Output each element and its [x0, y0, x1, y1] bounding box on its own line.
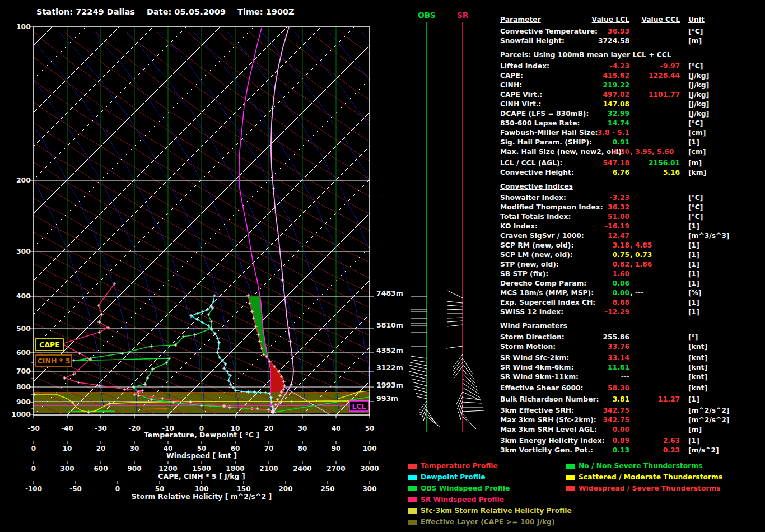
- legend-label: Widespread / Severe Thunderstorms: [579, 484, 721, 492]
- pressure-axis-label: 500: [16, 324, 31, 333]
- dry-adiabat: [0, 32, 557, 415]
- moist-adiabat: [295, 32, 473, 415]
- legend-label: Scattered / Moderate Thunderstorms: [579, 473, 722, 481]
- pressure-axis-label: 1000: [11, 410, 31, 418]
- obs-wind-barb: [411, 379, 427, 382]
- cape-axis-tick-label: 900: [127, 465, 141, 473]
- table-row: SCP LM (new, old):0.75, 0.73[1]: [500, 250, 763, 260]
- temperature-axis-tick-label: -30: [95, 424, 107, 432]
- table-section-title: Wind Parameters: [500, 321, 763, 331]
- cape-axis-tick-label: 3000: [360, 465, 379, 473]
- srh-axis-tick-label: 300: [362, 485, 376, 493]
- table-row: CAPE Virt.:497.021101.77[J/kg]: [500, 90, 763, 100]
- legend-label: Dewpoint Profile: [421, 473, 485, 481]
- table-row: 3km Energy Helicity Index:0.892.63[1]: [500, 436, 763, 446]
- table-row: Modified Thompson Index:36.32[°C]: [500, 203, 763, 212]
- windspeed-axis-tick-label: 10: [63, 445, 72, 452]
- table-row: Fawbush-Miller Hail Size:3.8 - 5.1[cm]: [500, 128, 763, 138]
- obs-wind-barb: [419, 411, 423, 417]
- windspeed-axis-tick-label: 90: [332, 445, 341, 452]
- sr-wind-barb: [463, 410, 484, 412]
- legend-swatch-icon: [566, 486, 575, 491]
- table-row: SR Wind 9km-11km:---[knt]: [500, 372, 763, 382]
- table-header-row: ParameterValue LCLValue CCLUnit: [500, 15, 763, 25]
- cape-axis-tick-label: 2100: [259, 465, 278, 473]
- table-row: CINH:219.22[J/kg]: [500, 81, 763, 90]
- pressure-axis-label: 100: [16, 22, 31, 31]
- table-row: 850-600 Lapse Rate:14.74[°C]: [500, 119, 763, 128]
- windspeed-axis-title: Windspeed [ knt ]: [166, 451, 237, 460]
- table-row: 3km Vorticity Gen. Pot.:0.130.23[m/s^2]: [500, 446, 763, 455]
- temperature-axis-tick-label: -50: [27, 424, 40, 432]
- table-row: Convective Height:6.765.16[km]: [500, 168, 763, 178]
- table-row: Convective Temperature:36.93[°C]: [500, 27, 763, 36]
- windspeed-axis-tick-label: 100: [362, 445, 376, 452]
- legend-swatch-icon: [566, 464, 575, 469]
- srh-axis-tick-label: -100: [25, 485, 42, 493]
- table-row: Effective Shear 6000:58.30[knt]: [500, 384, 763, 393]
- obs-wind-barb: [427, 417, 440, 427]
- table-row: SCP RM (new, old):3.18, 4.85[1]: [500, 241, 763, 250]
- height-axis-label: 4352m: [376, 346, 403, 354]
- table-row: Snowfall Height:3724.58[m]: [500, 36, 763, 46]
- cape-axis-tick-label: 0: [31, 465, 36, 473]
- cape-area: [248, 296, 268, 357]
- table-row: Lifted Index:-4.23-9.97[°C]: [500, 62, 763, 71]
- obs-wind-barb: [410, 362, 427, 366]
- table-row: STP (new, old):0.82, 1.86[1]: [500, 260, 763, 269]
- moist-adiabat: [161, 32, 339, 415]
- sr-wind-barb: [453, 358, 463, 371]
- sr-wind-barb: [463, 402, 482, 403]
- srh-axis-tick-label: 250: [320, 485, 334, 493]
- table-row: Bulk Richardson Number:3.8111.27[1]: [500, 395, 763, 404]
- table-row: Showalter Index:-3.23[°C]: [500, 193, 763, 203]
- legend-swatch-icon: [408, 464, 417, 469]
- legend-item: OBS Windspeed Profile: [408, 483, 572, 494]
- isotherm-line: [34, 27, 422, 415]
- obs-wind-barb: [414, 389, 427, 393]
- table-row: Max 3km SRH (Sfc-2km):342.75[m^2/s^2]: [500, 416, 763, 425]
- temperature-axis-title: Temperature, Dewpoint [ °C ]: [144, 431, 259, 439]
- table-row: SR Wind 4km-6km:11.61[knt]: [500, 363, 763, 372]
- legend-severity: No / Non Severe ThunderstormsScattered /…: [566, 460, 722, 494]
- dry-adiabat: [0, 32, 156, 415]
- cape-axis-tick-label: 1200: [158, 465, 177, 473]
- isotherm-line: [0, 27, 153, 415]
- table-row: Max 3km SRH Level AGL:0.00[m]: [500, 425, 763, 435]
- sr-wind-column-label: SR: [457, 11, 469, 20]
- temperature-axis-tick-label: -40: [61, 424, 73, 432]
- cape-axis-tick-label: 300: [60, 465, 74, 473]
- table-row: Craven SigSvr / 1000:12.47[m^3/s^3]: [500, 231, 763, 241]
- isotherm-line: [67, 27, 455, 415]
- legend-label: Sfc-3km Storm Relative Helicity Profile: [421, 507, 572, 515]
- moist-adiabat: [126, 32, 305, 415]
- table-row: SB STP (fix):1.60[1]: [500, 269, 763, 279]
- legend-swatch-icon: [566, 475, 575, 480]
- table-row: LCL / CCL (AGL):547.182156.01[m]: [500, 158, 763, 168]
- pressure-axis-label: 800: [16, 382, 31, 391]
- height-axis-label: 5810m: [376, 321, 403, 329]
- table-row: Total Totals Index:51.00[°C]: [500, 212, 763, 222]
- sr-wind-barb: [463, 374, 477, 388]
- pressure-axis-label: 700: [16, 367, 31, 375]
- legend-swatch-icon: [408, 497, 417, 502]
- sr-wind-barb: [446, 346, 463, 348]
- temperature-axis-tick-label: 40: [332, 424, 341, 432]
- windspeed-axis-tick-label: 30: [130, 445, 139, 452]
- moist-adiabat: [0, 32, 171, 415]
- temperature-axis-tick-label: 30: [298, 424, 307, 432]
- legend-swatch-icon: [408, 520, 417, 525]
- table-row: SWISS 12 Index:-12.29[1]: [500, 307, 763, 317]
- sr-wind-barb: [447, 309, 463, 310]
- obs-wind-barb: [417, 396, 427, 399]
- legend-item: Scattered / Moderate Thunderstorms: [566, 472, 722, 483]
- legend-item: Dewpoint Profile: [408, 472, 572, 483]
- legend-item: Temperature Profile: [408, 460, 572, 472]
- legend-item: Effective Layer (CAPE >= 100 J/kg): [408, 516, 572, 528]
- srh-axis-tick-label: 150: [236, 485, 250, 493]
- legend-item: No / Non Severe Thunderstorms: [566, 460, 722, 472]
- obs-wind-barb: [411, 356, 427, 358]
- moist-adiabat: [228, 32, 407, 415]
- legend-swatch-icon: [408, 486, 417, 491]
- table-row: Max. Hail Size (new, new2, old):4.30, 3.…: [500, 147, 763, 157]
